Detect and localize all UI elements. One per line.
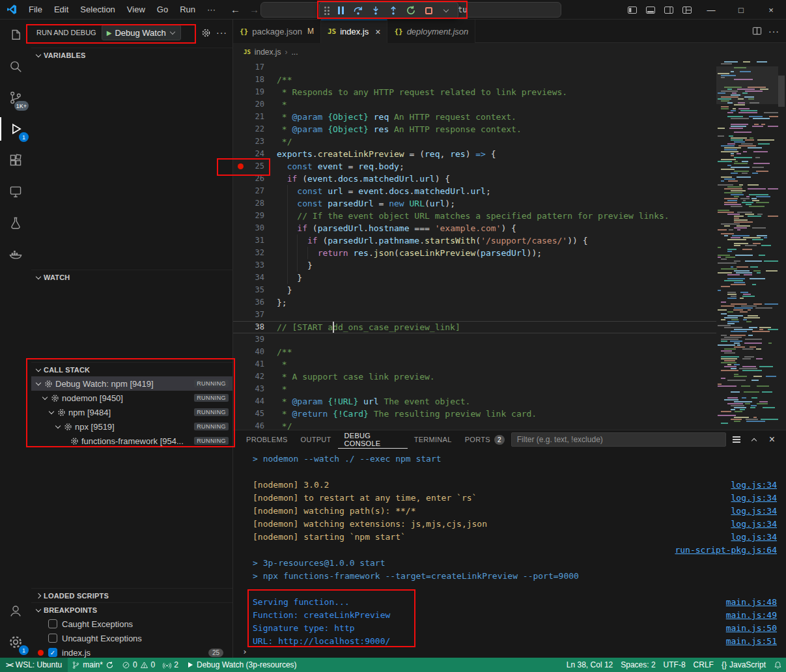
code-line[interactable]: 26 if (event.docs.matchedUrl.url) { — [233, 173, 716, 185]
gutter[interactable]: 45 — [233, 408, 277, 420]
chevron-down-icon[interactable] — [42, 395, 48, 401]
code-line[interactable]: 23 */ — [233, 135, 716, 148]
code-line[interactable]: 39 — [233, 333, 716, 346]
close-panel-icon[interactable]: × — [765, 432, 779, 447]
panel-tab-ports[interactable]: PORTS2 — [458, 430, 511, 449]
call-stack-row[interactable]: functions-framework [954...RUNNING — [31, 434, 232, 448]
code-line[interactable]: 30 if (parsedUrl.hostname === 'example.c… — [233, 222, 716, 234]
code-line[interactable]: 40/** — [233, 346, 716, 358]
code-line[interactable]: 22 * @param {Object} res An HTTP respons… — [233, 123, 716, 135]
branch-indicator[interactable]: main* — [68, 658, 118, 672]
breadcrumb[interactable]: JS index.js › ... — [233, 43, 786, 61]
gutter[interactable]: 41 — [233, 358, 277, 371]
encoding[interactable]: UTF-8 — [660, 658, 690, 672]
gutter[interactable]: 31 — [233, 234, 277, 247]
source-link[interactable]: log.js:34 — [718, 505, 777, 518]
code-line[interactable]: 24exports.createLinkPreview = (req, res)… — [233, 148, 716, 160]
code-line[interactable]: 37 — [233, 309, 716, 321]
restart-button[interactable] — [403, 3, 419, 18]
source-link[interactable]: main.js:48 — [713, 596, 777, 609]
gutter[interactable]: 43 — [233, 383, 277, 395]
collapse-all-icon[interactable] — [729, 432, 744, 447]
panel-tab-debug-console[interactable]: DEBUG CONSOLE — [338, 430, 408, 449]
stop-button[interactable] — [421, 3, 436, 18]
call-stack-row[interactable]: npx [9519]RUNNING — [31, 419, 232, 434]
step-into-button[interactable] — [368, 3, 384, 18]
code-line[interactable]: 32 return res.json(caseLinkPreview(parse… — [233, 247, 716, 259]
source-link[interactable]: log.js:34 — [718, 531, 777, 544]
gutter[interactable]: 28 — [233, 197, 277, 210]
section-loaded-scripts[interactable]: LOADED SCRIPTS — [31, 588, 232, 602]
code-line[interactable]: 38// [START add_ons_case_preview_link] — [233, 321, 716, 333]
gear-icon[interactable] — [201, 28, 211, 38]
activity-testing[interactable] — [0, 207, 31, 238]
call-stack-row[interactable]: npm [9484]RUNNING — [31, 405, 232, 419]
customize-layout-icon[interactable] — [678, 0, 696, 20]
code-line[interactable]: 27 const url = event.docs.matchedUrl.url… — [233, 185, 716, 197]
code-line[interactable]: 42 * A support case link preview. — [233, 371, 716, 383]
gutter[interactable]: 30 — [233, 222, 277, 234]
gutter[interactable]: 25 — [233, 160, 277, 173]
maximize-button[interactable]: □ — [726, 0, 756, 20]
toggle-panel-icon[interactable] — [641, 0, 660, 20]
code-line[interactable]: 46 */ — [233, 420, 716, 430]
close-button[interactable]: × — [756, 0, 786, 20]
activity-extensions[interactable] — [0, 145, 31, 176]
ports-indicator[interactable]: 2 — [159, 658, 182, 672]
activity-remote-explorer[interactable] — [0, 176, 31, 207]
gutter[interactable]: 23 — [233, 135, 277, 148]
menu-item[interactable]: Selection — [74, 0, 120, 20]
gutter[interactable]: 40 — [233, 346, 277, 358]
code-line[interactable]: 21 * @param {Object} req An HTTP request… — [233, 111, 716, 123]
section-variables[interactable]: VARIABLES — [31, 48, 232, 62]
gutter[interactable]: 39 — [233, 333, 277, 346]
gutter[interactable]: 21 — [233, 111, 277, 123]
panel-tab-problems[interactable]: PROBLEMS — [240, 430, 294, 449]
drag-grip-icon[interactable] — [324, 6, 330, 16]
console-output[interactable]: > nodemon --watch ./ --exec npm start[no… — [233, 449, 786, 647]
source-link[interactable]: log.js:34 — [718, 492, 777, 505]
console-prompt[interactable]: › — [242, 647, 247, 656]
gutter[interactable]: 46 — [233, 420, 277, 430]
remote-indicator[interactable]: >< WSL: Ubuntu — [0, 658, 68, 672]
gutter[interactable]: 36 — [233, 296, 277, 309]
code-line[interactable]: 25 const event = req.body; — [233, 160, 716, 173]
code-line[interactable]: 17 — [233, 61, 716, 74]
chevron-down-icon[interactable] — [35, 380, 42, 387]
code-area[interactable]: 1718/**19 * Responds to any HTTP request… — [233, 61, 716, 430]
source-link[interactable]: main.js:51 — [713, 635, 777, 647]
toggle-sidebar-icon[interactable] — [623, 0, 641, 20]
toggle-secondary-sidebar-icon[interactable] — [660, 0, 678, 20]
panel-tab-output[interactable]: OUTPUT — [294, 430, 338, 449]
section-call-stack[interactable]: CALL STACK — [31, 362, 232, 376]
gutter[interactable]: 19 — [233, 86, 277, 98]
code-line[interactable]: 36}; — [233, 296, 716, 309]
activity-explorer[interactable] — [0, 20, 31, 51]
code-line[interactable]: 31 if (parsedUrl.pathname.startsWith('/s… — [233, 234, 716, 247]
language-mode[interactable]: {} JavaScript — [718, 658, 770, 672]
breakpoint-row[interactable]: Caught Exceptions — [31, 617, 232, 631]
activity-source-control[interactable]: 1K+ — [0, 82, 31, 113]
notifications-bell[interactable] — [770, 658, 786, 672]
activity-account[interactable] — [0, 595, 31, 626]
breakpoint-row[interactable]: Uncaught Exceptions — [31, 631, 232, 645]
code-line[interactable]: 20 * — [233, 98, 716, 111]
gutter[interactable]: 24 — [233, 148, 277, 160]
maximize-panel-icon[interactable] — [746, 432, 761, 447]
breakpoint-dot[interactable] — [238, 163, 244, 169]
source-link[interactable]: main.js:50 — [713, 622, 777, 635]
menu-item[interactable]: Edit — [48, 0, 74, 20]
pause-button[interactable] — [333, 3, 348, 18]
checkbox[interactable]: ✓ — [48, 648, 57, 657]
gutter[interactable]: 35 — [233, 284, 277, 296]
code-line[interactable]: 44 * @param {!URL} url The event object. — [233, 395, 716, 408]
activity-run-and-debug[interactable]: 1 — [0, 113, 31, 145]
menu-item[interactable]: Go — [151, 0, 174, 20]
indentation[interactable]: Spaces: 2 — [617, 658, 659, 672]
gutter[interactable]: 34 — [233, 272, 277, 284]
source-link[interactable]: log.js:34 — [718, 479, 777, 492]
console-filter-input[interactable] — [511, 432, 726, 447]
back-arrow-icon[interactable]: ← — [231, 4, 240, 15]
minimap-slider[interactable] — [716, 66, 778, 104]
tab-index.js[interactable]: JSindex.js× — [321, 20, 388, 43]
